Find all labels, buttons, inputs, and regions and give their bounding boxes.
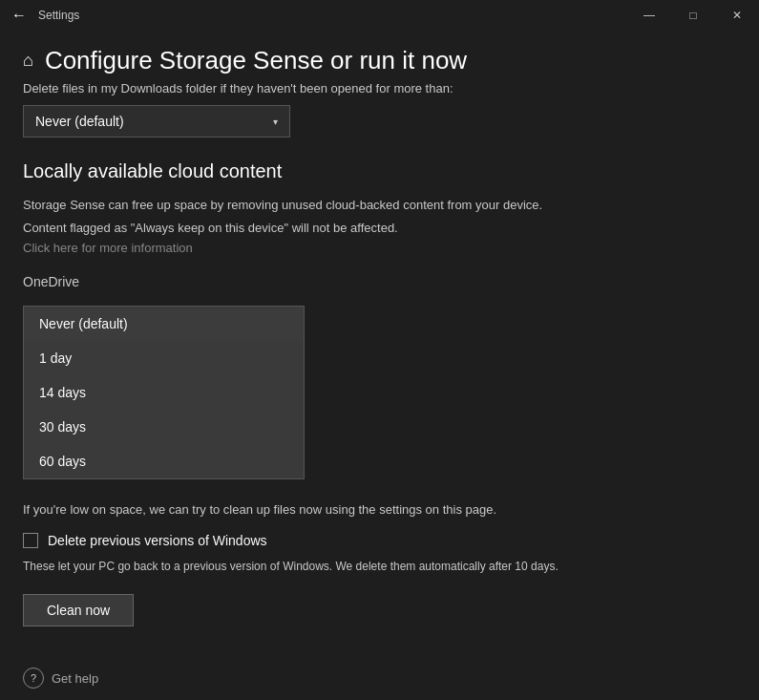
delete-windows-checkbox[interactable] (23, 533, 38, 548)
dropdown-option-1day[interactable]: 1 day (24, 341, 304, 375)
get-help-link[interactable]: Get help (52, 671, 98, 686)
cloud-section-heading: Locally available cloud content (23, 160, 736, 182)
back-button[interactable]: ← (11, 7, 27, 24)
downloads-subtitle: Delete files in my Downloads folder if t… (23, 81, 736, 95)
onedrive-label: OneDrive (23, 274, 736, 289)
footer: ? Get help (0, 668, 759, 689)
cloud-desc2: Content flagged as "Always keep on this … (23, 219, 736, 238)
titlebar-title: Settings (38, 9, 79, 22)
dropdown-popup: Never (default) 1 day 14 days 30 days 60… (23, 306, 305, 479)
windows-version-caption: These let your PC go back to a previous … (23, 558, 736, 575)
dropdown-option-60days[interactable]: 60 days (24, 444, 304, 478)
chevron-down-icon: ▾ (273, 117, 278, 127)
cloud-section: Locally available cloud content Storage … (23, 160, 736, 289)
home-icon[interactable]: ⌂ (23, 51, 33, 71)
dropdown-value: Never (default) (35, 114, 124, 129)
minimize-icon: — (643, 9, 655, 22)
dropdown-option-14days[interactable]: 14 days (24, 375, 304, 410)
titlebar: ← Settings — □ ✕ (0, 0, 759, 31)
dropdown-option-never[interactable]: Never (default) (24, 307, 304, 341)
help-icon: ? (23, 668, 44, 689)
delete-windows-label: Delete previous versions of Windows (48, 533, 267, 548)
maximize-icon: □ (689, 9, 696, 22)
main-content: ⌂ Configure Storage Sense or run it now … (0, 31, 759, 316)
cloud-info-link[interactable]: Click here for more information (23, 241, 736, 255)
close-icon: ✕ (732, 9, 742, 22)
dropdown-option-30days[interactable]: 30 days (24, 410, 304, 444)
clean-now-button[interactable]: Clean now (23, 594, 134, 626)
below-section: If you're low on space, we can try to cl… (23, 500, 736, 626)
window-controls: — □ ✕ (627, 0, 759, 31)
page-header: ⌂ Configure Storage Sense or run it now (23, 46, 736, 75)
delete-windows-row: Delete previous versions of Windows (23, 533, 736, 548)
page-title: Configure Storage Sense or run it now (45, 46, 467, 75)
cloud-desc1: Storage Sense can free up space by remov… (23, 196, 736, 215)
downloads-dropdown[interactable]: Never (default) ▾ (23, 105, 290, 138)
minimize-button[interactable]: — (627, 0, 671, 31)
low-space-info: If you're low on space, we can try to cl… (23, 500, 736, 520)
onedrive-section: OneDrive (23, 274, 736, 289)
close-button[interactable]: ✕ (715, 0, 759, 31)
maximize-button[interactable]: □ (671, 0, 715, 31)
